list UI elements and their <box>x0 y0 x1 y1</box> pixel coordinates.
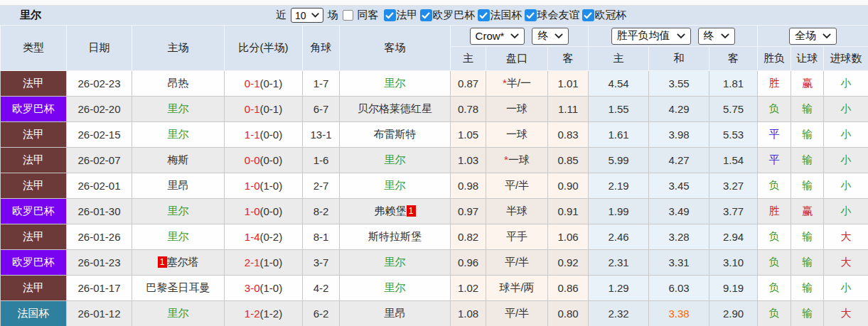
league-filter-checkbox[interactable] <box>420 9 432 21</box>
handicap-result-cell: 输 <box>791 97 824 122</box>
match-row: 欧罗巴杯26-01-30里尔1-0(0-0)8-2弗赖堡10.97半球0.911… <box>1 199 868 224</box>
chevron-down-icon <box>311 13 319 18</box>
away-team-name[interactable]: 里昂 <box>385 307 406 319</box>
home-team-name[interactable]: 梅斯 <box>168 153 189 165</box>
away-team-name[interactable]: 贝尔格莱德红星 <box>358 102 432 114</box>
league-filter-checkbox[interactable] <box>478 9 490 21</box>
corner-cell: 4-2 <box>303 276 340 301</box>
handicap-cell: *半/一 <box>486 71 548 97</box>
home-team-name[interactable]: 里尔 <box>168 128 189 140</box>
home-team-name[interactable]: 里尔 <box>168 230 189 242</box>
home-team-name[interactable]: 里尔 <box>168 307 189 319</box>
match-row: 法甲26-01-17巴黎圣日耳曼3-0(1-0)4-2里尔1.02球半/两0.8… <box>1 276 868 301</box>
home-team-name[interactable]: 塞尔塔 <box>167 256 199 268</box>
corner-cell: 8-1 <box>303 224 340 250</box>
bookmaker-select[interactable]: Crow* <box>470 28 525 45</box>
league-filter-checkbox[interactable] <box>384 9 396 21</box>
goals-cell: 小 <box>824 97 868 122</box>
avg-home-cell: 4.54 <box>589 71 649 97</box>
col-header-handicap: 盘口 <box>486 47 548 71</box>
full-time-score: 2-1 <box>245 256 260 268</box>
handicap-cell: 平/半 <box>486 250 548 276</box>
corner-cell: 6-2 <box>303 301 340 326</box>
same-away-checkbox[interactable] <box>343 10 353 21</box>
col-header-odds-home: 主 <box>451 47 486 71</box>
avg-away-cell: 2.90 <box>709 301 758 326</box>
avg-home-cell: 2.32 <box>589 301 649 326</box>
half-time-score: (0-0) <box>260 154 283 166</box>
home-team-cell: 里尔 <box>132 224 225 250</box>
match-count-select[interactable]: 10 <box>291 8 323 23</box>
league-filter-checkbox[interactable] <box>582 9 594 21</box>
league-type-cell: 欧罗巴杯 <box>1 97 67 122</box>
result-cell: 平 <box>758 122 791 148</box>
league-type-cell: 欧罗巴杯 <box>1 199 67 224</box>
away-team-cell: 弗赖堡1 <box>340 199 451 224</box>
match-row: 法国杯26-01-12里尔1-2(1-2)6-2里昂1.08平/半0.802.3… <box>1 301 868 326</box>
match-row: 法甲26-02-07梅斯0-0(0-0)1-6里尔1.03*一球0.855.99… <box>1 148 868 173</box>
handicap-result-cell: 输 <box>791 276 824 301</box>
home-odds-cell: 0.98 <box>451 173 486 199</box>
away-team-name[interactable]: 里尔 <box>385 256 406 268</box>
away-odds-cell: 0.83 <box>548 122 589 148</box>
suspension-badge[interactable]: 1 <box>407 205 416 217</box>
handicap-cell: 平手 <box>486 224 548 250</box>
team-title: 里尔 <box>20 9 41 22</box>
filter-bar: 里尔 近 10 场 同客 法甲欧罗巴杯法国杯球会友谊欧冠杯 <box>0 6 868 25</box>
home-team-cell: 1塞尔塔 <box>132 250 225 276</box>
match-date-cell: 26-01-26 <box>67 224 132 250</box>
score-cell: 3-0(1-0) <box>225 276 303 301</box>
home-team-name[interactable]: 巴黎圣日耳曼 <box>146 281 210 293</box>
avg-away-cell: 3.77 <box>709 199 758 224</box>
away-team-name[interactable]: 里尔 <box>385 153 406 165</box>
score-cell: 1-1(0-0) <box>225 122 303 148</box>
away-odds-cell: 0.86 <box>548 276 589 301</box>
match-date-cell: 26-02-15 <box>67 122 132 148</box>
col-header-date: 日期 <box>67 26 132 71</box>
home-odds-cell: 0.96 <box>451 250 486 276</box>
home-team-name[interactable]: 里尔 <box>168 102 189 114</box>
home-team-name[interactable]: 昂热 <box>168 77 189 89</box>
away-team-name[interactable]: 布雷斯特 <box>374 128 417 140</box>
avg-home-cell: 1.55 <box>589 97 649 122</box>
col-header-result: 胜负 <box>758 47 791 71</box>
corner-cell: 2-7 <box>303 173 340 199</box>
average-time-value: 终 <box>704 29 714 43</box>
match-count-value: 10 <box>295 10 306 21</box>
suspension-badge[interactable]: 1 <box>158 256 167 268</box>
average-time-select[interactable]: 终 <box>698 28 735 45</box>
avg-home-cell: 2.46 <box>589 224 649 250</box>
same-away-label: 同客 <box>358 9 379 22</box>
full-time-score: 1-4 <box>245 231 260 243</box>
league-type-cell: 法甲 <box>1 122 67 148</box>
away-team-cell: 里尔 <box>340 148 451 173</box>
scope-select[interactable]: 全场 <box>789 28 837 45</box>
away-odds-cell: 1.01 <box>548 71 589 97</box>
league-type-cell: 法甲 <box>1 224 67 250</box>
handicap-result-cell: 输 <box>791 148 824 173</box>
bookmaker-time-select[interactable]: 终 <box>532 28 569 45</box>
away-team-name[interactable]: 里尔 <box>385 77 406 89</box>
score-cell: 2-1(1-0) <box>225 250 303 276</box>
home-team-name[interactable]: 里昂 <box>168 179 189 191</box>
near-label: 近 <box>276 9 286 22</box>
avg-draw-cell: 3.49 <box>649 199 709 224</box>
half-time-score: (1-0) <box>260 282 283 294</box>
home-team-name[interactable]: 里尔 <box>168 205 189 217</box>
match-row: 法甲26-01-26里尔1-4(0-2)8-1斯特拉斯堡0.82平手1.062.… <box>1 224 868 250</box>
away-team-name[interactable]: 里尔 <box>385 281 406 293</box>
page-top-strip <box>0 0 868 6</box>
away-team-name[interactable]: 斯特拉斯堡 <box>368 230 422 242</box>
handicap-result-cell: 输 <box>791 122 824 148</box>
handicap-result-cell: 输 <box>791 250 824 276</box>
bookmaker-control-group: Crow* 终 <box>451 26 589 47</box>
average-select[interactable]: 胜平负均值 <box>611 28 691 45</box>
handicap-result-cell: 赢 <box>791 71 824 97</box>
league-filter-checkbox[interactable] <box>525 9 537 21</box>
home-odds-cell: 0.87 <box>451 71 486 97</box>
away-team-name[interactable]: 弗赖堡 <box>375 205 407 217</box>
away-team-name[interactable]: 里尔 <box>385 179 406 191</box>
col-header-avg-home: 主 <box>589 47 649 71</box>
col-header-odds-away: 客 <box>548 47 589 71</box>
result-cell: 胜 <box>758 71 791 97</box>
